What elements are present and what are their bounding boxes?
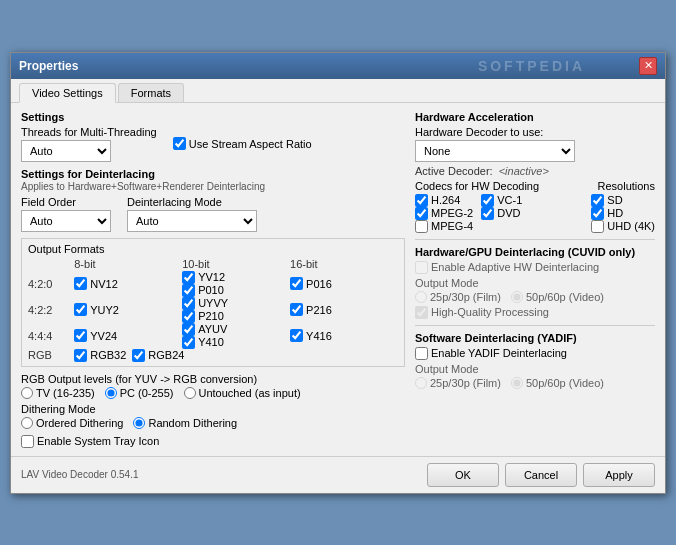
dvd-label[interactable]: DVD bbox=[481, 207, 522, 220]
uyvy-checkbox[interactable] bbox=[182, 297, 195, 310]
enable-adaptive-hw-checkbox[interactable] bbox=[415, 261, 428, 274]
pc-radio-label[interactable]: PC (0-255) bbox=[105, 387, 174, 399]
use-stream-aspect-checkbox[interactable] bbox=[173, 137, 186, 150]
rgb-cell: RGB32 RGB24 bbox=[74, 349, 290, 362]
sw-50p-radio[interactable] bbox=[511, 377, 523, 389]
enable-adaptive-hw-label[interactable]: Enable Adaptive HW Deinterlacing bbox=[415, 261, 655, 274]
sw-deinterlace-section: Software Deinterlacing (YADIF) Enable YA… bbox=[415, 332, 655, 389]
use-stream-aspect-label[interactable]: Use Stream Aspect Ratio bbox=[173, 137, 312, 150]
y416-checkbox[interactable] bbox=[290, 329, 303, 342]
yv12-checkbox[interactable] bbox=[182, 271, 195, 284]
main-content: Settings Threads for Multi-Threading Aut… bbox=[11, 103, 665, 456]
ordered-dithering-radio[interactable] bbox=[21, 417, 33, 429]
yv24-label[interactable]: YV24 bbox=[74, 329, 182, 342]
sd-checkbox[interactable] bbox=[591, 194, 604, 207]
h264-label[interactable]: H.264 bbox=[415, 194, 473, 207]
hw-25p-radio[interactable] bbox=[415, 291, 427, 303]
high-quality-checkbox[interactable] bbox=[415, 306, 428, 319]
cancel-button[interactable]: Cancel bbox=[505, 463, 577, 487]
random-dithering-radio[interactable] bbox=[133, 417, 145, 429]
deinterlace-label: Settings for Deinterlacing bbox=[21, 168, 405, 180]
hw-50p-radio[interactable] bbox=[511, 291, 523, 303]
random-dithering-label[interactable]: Random Dithering bbox=[133, 417, 237, 429]
deinterlace-mode-select[interactable]: Auto bbox=[127, 210, 257, 232]
bottom-buttons: OK Cancel Apply bbox=[427, 463, 655, 487]
yuy2-checkbox[interactable] bbox=[74, 303, 87, 316]
ok-button[interactable]: OK bbox=[427, 463, 499, 487]
formats-header-row: 8-bit 10-bit 16-bit bbox=[28, 258, 398, 271]
yv24-checkbox[interactable] bbox=[74, 329, 87, 342]
vc1-checkbox[interactable] bbox=[481, 194, 494, 207]
dithering-section: Dithering Mode Ordered Dithering Random … bbox=[21, 403, 405, 429]
rgb32-label[interactable]: RGB32 bbox=[74, 349, 126, 362]
tv-radio[interactable] bbox=[21, 387, 33, 399]
mpeg2-label[interactable]: MPEG-2 bbox=[415, 207, 473, 220]
yuy2-label[interactable]: YUY2 bbox=[74, 303, 182, 316]
p210-label[interactable]: P210 bbox=[182, 310, 290, 323]
high-quality-label[interactable]: High-Quality Processing bbox=[415, 306, 655, 319]
output-formats-title: Output Formats bbox=[28, 243, 398, 255]
sw-output-mode-label: Output Mode bbox=[415, 363, 655, 375]
system-tray-checkbox[interactable] bbox=[21, 435, 34, 448]
pc-radio[interactable] bbox=[105, 387, 117, 399]
hw-50p-label[interactable]: 50p/60p (Video) bbox=[511, 291, 604, 303]
field-order-select[interactable]: Auto bbox=[21, 210, 111, 232]
uhd-checkbox[interactable] bbox=[591, 220, 604, 233]
vc1-label[interactable]: VC-1 bbox=[481, 194, 522, 207]
nv12-checkbox[interactable] bbox=[74, 277, 87, 290]
hd-checkbox[interactable] bbox=[591, 207, 604, 220]
rgb24-checkbox[interactable] bbox=[132, 349, 145, 362]
ayuv-checkbox[interactable] bbox=[182, 323, 195, 336]
h264-checkbox[interactable] bbox=[415, 194, 428, 207]
hw-decoder-select[interactable]: None bbox=[415, 140, 575, 162]
tab-formats[interactable]: Formats bbox=[118, 83, 184, 102]
system-tray-label[interactable]: Enable System Tray Icon bbox=[21, 435, 405, 448]
p016-label[interactable]: P016 bbox=[290, 277, 398, 290]
y416-label[interactable]: Y416 bbox=[290, 329, 398, 342]
p216-checkbox[interactable] bbox=[290, 303, 303, 316]
enable-yadif-checkbox[interactable] bbox=[415, 347, 428, 360]
table-row: 4:2:0 NV12 YV12 P010 P016 bbox=[28, 271, 398, 297]
hw-accel-title: Hardware Acceleration bbox=[415, 111, 655, 123]
uyvy-label[interactable]: UYVY bbox=[182, 297, 290, 310]
mpeg2-checkbox[interactable] bbox=[415, 207, 428, 220]
sw-25p-label[interactable]: 25p/30p (Film) bbox=[415, 377, 501, 389]
p010-checkbox[interactable] bbox=[182, 284, 195, 297]
444-10bit-cell: AYUV Y410 bbox=[182, 323, 290, 349]
sw-50p-label[interactable]: 50p/60p (Video) bbox=[511, 377, 604, 389]
mpeg4-label[interactable]: MPEG-4 bbox=[415, 220, 473, 233]
p016-checkbox[interactable] bbox=[290, 277, 303, 290]
deinterlace-mode-col: Deinterlacing Mode Auto bbox=[127, 196, 257, 232]
hw-25p-label[interactable]: 25p/30p (Film) bbox=[415, 291, 501, 303]
sw-25p-radio[interactable] bbox=[415, 377, 427, 389]
sd-label[interactable]: SD bbox=[591, 194, 655, 207]
nv12-label[interactable]: NV12 bbox=[74, 277, 182, 290]
p010-label[interactable]: P010 bbox=[182, 284, 290, 297]
hw-50p-text: 50p/60p (Video) bbox=[526, 291, 604, 303]
apply-button[interactable]: Apply bbox=[583, 463, 655, 487]
tab-video-settings[interactable]: Video Settings bbox=[19, 83, 116, 103]
mpeg4-checkbox[interactable] bbox=[415, 220, 428, 233]
hw-deinterlace-section: Hardware/GPU Deinterlacing (CUVID only) … bbox=[415, 246, 655, 319]
y410-label[interactable]: Y410 bbox=[182, 336, 290, 349]
y410-checkbox[interactable] bbox=[182, 336, 195, 349]
dvd-checkbox[interactable] bbox=[481, 207, 494, 220]
uhd-label[interactable]: UHD (4K) bbox=[591, 220, 655, 233]
threads-row: Threads for Multi-Threading Auto Use Str… bbox=[21, 126, 405, 162]
close-button[interactable]: ✕ bbox=[639, 57, 657, 75]
enable-yadif-label[interactable]: Enable YADIF Deinterlacing bbox=[415, 347, 655, 360]
hd-label[interactable]: HD bbox=[591, 207, 655, 220]
ordered-dithering-label[interactable]: Ordered Dithering bbox=[21, 417, 123, 429]
p210-checkbox[interactable] bbox=[182, 310, 195, 323]
ayuv-label[interactable]: AYUV bbox=[182, 323, 290, 336]
hw-25p-text: 25p/30p (Film) bbox=[430, 291, 501, 303]
rgb24-label[interactable]: RGB24 bbox=[132, 349, 184, 362]
p216-label[interactable]: P216 bbox=[290, 303, 398, 316]
untouched-radio[interactable] bbox=[184, 387, 196, 399]
threads-select[interactable]: Auto bbox=[21, 140, 111, 162]
untouched-radio-label[interactable]: Untouched (as input) bbox=[184, 387, 301, 399]
yv12-label[interactable]: YV12 bbox=[182, 271, 290, 284]
tv-radio-label[interactable]: TV (16-235) bbox=[21, 387, 95, 399]
rgb32-checkbox[interactable] bbox=[74, 349, 87, 362]
rgb-label: RGB bbox=[28, 349, 74, 362]
